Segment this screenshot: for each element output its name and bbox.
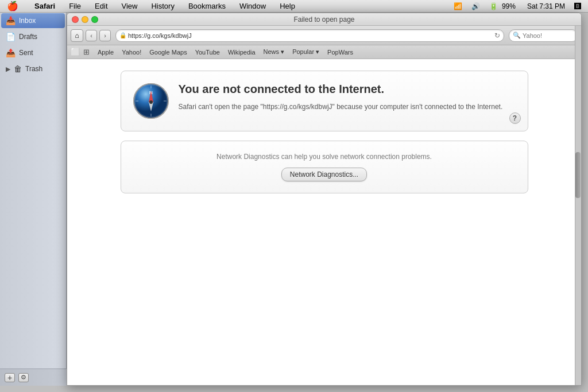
sidebar-item-trash[interactable]: ▶ 🗑 Trash <box>1 61 65 76</box>
scrollbar[interactable] <box>575 26 581 386</box>
bookmark-popwars[interactable]: PopWars <box>324 48 357 57</box>
error-description: Safari can't open the page "https://g.co… <box>179 102 516 112</box>
trash-icon: 🗑 <box>14 64 22 73</box>
menu-bookmarks[interactable]: Bookmarks <box>186 1 228 11</box>
menu-bar: 🍎 Safari File Edit View History Bookmark… <box>0 0 588 13</box>
bookmark-popular[interactable]: Popular ▾ <box>289 47 323 57</box>
menu-file[interactable]: File <box>67 1 83 11</box>
battery-status: 🔋 99% <box>487 2 520 11</box>
menu-edit[interactable]: Edit <box>92 1 110 11</box>
trash-expand-arrow: ▶ <box>6 65 10 73</box>
lock-icon: 🔒 <box>119 32 126 38</box>
sidebar-item-drafts[interactable]: 📄 Drafts <box>1 29 65 44</box>
search-icon: 🔍 <box>513 32 521 39</box>
address-input[interactable] <box>128 32 492 39</box>
sidebar: 📥 Inbox 📄 Drafts 📤 Sent ▶ 🗑 Trash + ⚙ <box>0 13 67 386</box>
sidebar-toggle-icon[interactable]: ⬜ <box>71 48 80 56</box>
status-bar: 📶 🔊 🔋 99% Sat 7:31 PM 🅱 <box>451 2 583 11</box>
back-button[interactable]: ‹ <box>86 30 97 41</box>
home-button[interactable]: ⌂ <box>71 29 83 42</box>
apple-menu[interactable]: 🍎 <box>5 0 21 12</box>
error-content: You are not connected to the Internet. S… <box>179 83 516 112</box>
bookmark-wikipedia[interactable]: Wikipedia <box>225 48 259 57</box>
safari-compass-icon: N <box>133 83 169 119</box>
help-button[interactable]: ? <box>509 112 521 124</box>
toolbar: ⌂ ‹ › 🔒 ↻ 🔍 <box>67 26 581 45</box>
sidebar-item-inbox[interactable]: 📥 Inbox <box>1 13 65 28</box>
app-name[interactable]: Safari <box>32 1 57 11</box>
bookmark-yahoo[interactable]: Yahoo! <box>118 48 145 57</box>
minimize-button[interactable] <box>82 16 88 23</box>
svg-point-8 <box>149 100 153 104</box>
window-controls <box>72 16 98 23</box>
scrollbar-thumb[interactable] <box>575 152 581 198</box>
inbox-icon: 📥 <box>6 16 16 25</box>
bookmarks-bar: ⬜ ⊞ Apple Yahoo! Google Maps YouTube Wik… <box>67 45 581 59</box>
error-card: N You are not connected to the Internet.… <box>121 71 528 131</box>
sidebar-label-drafts: Drafts <box>19 33 37 41</box>
sidebar-label-inbox: Inbox <box>19 17 36 25</box>
bookmark-youtube[interactable]: YouTube <box>192 48 223 57</box>
bookmark-news[interactable]: News ▾ <box>260 47 288 57</box>
forward-button[interactable]: › <box>99 30 111 41</box>
menu-history[interactable]: History <box>149 1 176 11</box>
search-bar[interactable]: 🔍 <box>509 29 578 42</box>
bookmark-googlemaps[interactable]: Google Maps <box>146 48 190 57</box>
sidebar-label-trash: Trash <box>25 65 42 73</box>
sidebar-label-sent: Sent <box>19 49 33 57</box>
bookmark-apple[interactable]: Apple <box>94 48 117 57</box>
volume-icon: 🔊 <box>469 2 482 11</box>
browser-window: Failed to open page ⌂ ‹ › 🔒 ↻ 🔍 ⬜ ⊞ Appl… <box>67 13 582 386</box>
content-area: N You are not connected to the Internet.… <box>67 59 581 385</box>
menu-help[interactable]: Help <box>277 1 297 11</box>
wifi-icon: 📶 <box>451 2 465 11</box>
network-diagnostics-button[interactable]: Network Diagnostics... <box>281 168 367 181</box>
drafts-icon: 📄 <box>6 32 16 41</box>
sidebar-item-sent[interactable]: 📤 Sent <box>1 45 65 60</box>
diagnostics-description: Network Diagnostics can help you solve n… <box>216 153 432 161</box>
sidebar-bottom-bar: + ⚙ <box>0 368 67 386</box>
menu-view[interactable]: View <box>119 1 140 11</box>
title-bar: Failed to open page <box>67 13 581 26</box>
address-bar[interactable]: 🔒 ↻ <box>115 29 504 42</box>
diagnostics-card: Network Diagnostics can help you solve n… <box>121 141 528 193</box>
bluetooth-icon: 🅱 <box>572 2 583 11</box>
top-sites-icon[interactable]: ⊞ <box>83 48 90 56</box>
sidebar-settings-button[interactable]: ⚙ <box>18 373 29 382</box>
add-mailbox-button[interactable]: + <box>5 373 15 382</box>
refresh-button[interactable]: ↻ <box>494 32 500 40</box>
clock: Sat 7:31 PM <box>525 2 567 11</box>
close-button[interactable] <box>72 16 79 23</box>
window-title: Failed to open page <box>293 15 354 24</box>
search-input[interactable] <box>523 32 568 39</box>
error-title: You are not connected to the Internet. <box>179 83 516 96</box>
menu-window[interactable]: Window <box>237 1 268 11</box>
sent-icon: 📤 <box>6 48 16 57</box>
maximize-button[interactable] <box>91 16 98 23</box>
